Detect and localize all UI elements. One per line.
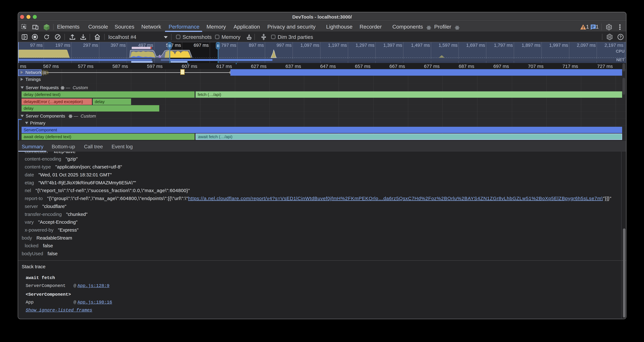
svg-text:?: ? [620, 35, 622, 39]
